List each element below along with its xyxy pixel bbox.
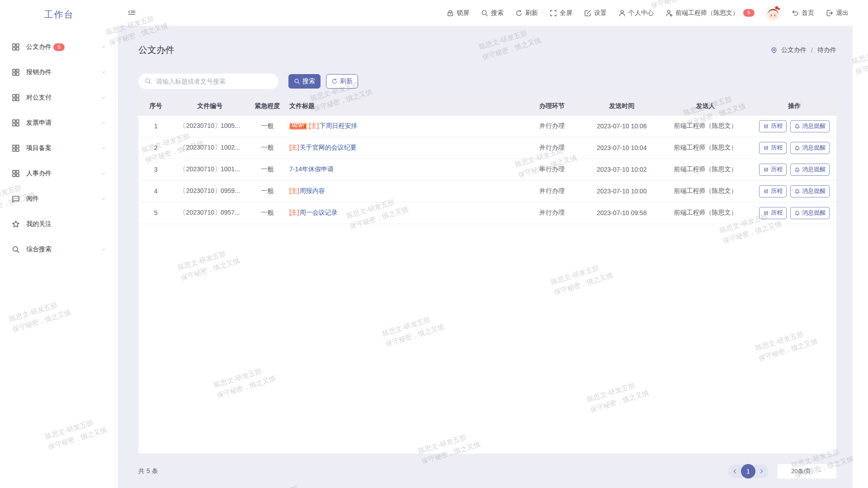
urgency: 一般 [246,116,288,137]
document-title-link[interactable]: 7-14年休假申请 [289,165,334,173]
send-time: 2023-07-10 09:58 [585,202,658,224]
new-badge: NEW! [289,123,307,130]
search-button[interactable]: 搜索 [288,74,321,89]
sidebar: 工作台 公文办件5报销办件对公支付发票申请项目备案人事办件阅件我的关注综合搜索 [0,0,118,488]
menu-badge: 5 [53,43,65,51]
grid-icon [12,119,20,127]
column-header-doc-no: 文件编号 [173,97,246,116]
notify-button[interactable]: 消息提醒 [790,142,830,154]
chevron-down-icon [817,469,823,474]
topbar-logout-label: 退出 [836,9,849,17]
document-title-link[interactable]: 周一会议记录 [300,209,338,216]
sidebar-item-label: 公文办件 [26,43,52,51]
page-title: 公文办件 [138,44,175,56]
doc-number: 〔20230710〕0959... [173,180,246,202]
sliders-icon [763,123,769,129]
main-doc-tag: [主] [289,144,299,151]
notify-button[interactable]: 消息提醒 [790,120,830,132]
notify-button[interactable]: 消息提醒 [790,164,830,176]
topbar-lock-button[interactable]: 锁屏 [447,9,469,17]
history-button[interactable]: 历程 [759,185,787,197]
sidebar-item-hr-docs[interactable]: 人事办件 [0,161,118,186]
column-header-actions: 操作 [753,97,836,116]
search-icon [481,9,488,17]
topbar-actions: 锁屏搜索刷新全屏设置个人中心前端工程师（陈思文）5首页退出 [447,5,849,22]
title-cell: 7-14年休假申请 [288,159,519,180]
topbar-settings-button[interactable]: 设置 [584,9,607,17]
table-row: 2〔20230710〕1002...一般[主]关于官网的会议纪要并行办理2023… [138,137,836,159]
refresh-button[interactable]: 刷新 [326,74,358,89]
bell-icon [794,210,800,216]
topbar-home-button[interactable]: 首页 [792,9,814,17]
bell-icon [794,123,800,129]
notify-button-label: 消息提醒 [802,122,826,130]
history-button[interactable]: 历程 [759,164,787,176]
topbar-lock-label: 锁屏 [457,9,469,17]
logout-icon [826,9,833,17]
table-row: 3〔20230710〕1001...一般7-14年休假申请串行办理2023-07… [138,159,836,180]
document-title-link[interactable]: 下周日程安排 [319,122,357,129]
sender: 前端工程师（陈思文） [658,159,752,180]
document-title-link[interactable]: 关于官网的会议纪要 [300,144,357,151]
topbar-home-label: 首页 [802,9,814,17]
history-button[interactable]: 历程 [759,142,787,154]
column-header-urgency: 紧急程度 [246,97,288,116]
send-time: 2023-07-10 10:04 [585,137,658,159]
menu-collapse-icon[interactable] [127,9,136,17]
sidebar-item-global-search[interactable]: 综合搜索 [0,237,118,262]
grid-icon [12,94,20,102]
sidebar-item-reimbursement[interactable]: 报销办件 [0,60,118,85]
notify-button[interactable]: 消息提醒 [790,207,830,219]
sidebar-item-label: 对公支付 [26,94,52,102]
lock-icon [447,9,454,17]
edit-icon [584,9,591,17]
doc-number: 〔20230710〕1002... [173,137,246,159]
process-step: 串行办理 [519,159,585,180]
topbar-logout-button[interactable]: 退出 [826,9,849,17]
chev-down-icon [101,196,106,202]
column-header-title: 文件标题 [288,97,519,116]
urgency: 一般 [246,159,288,180]
sidebar-item-official-docs[interactable]: 公文办件5 [0,34,118,60]
pager-pill: 1 [728,465,769,478]
search-icon [294,78,300,84]
sidebar-item-invoice-apply[interactable]: 发票申请 [0,110,118,136]
user-message-badge[interactable]: 5 [743,9,755,17]
topbar-user-label: 前端工程师（陈思文） [675,9,739,17]
history-button[interactable]: 历程 [759,120,787,132]
avatar[interactable] [764,5,782,22]
sidebar-item-corporate-pay[interactable]: 对公支付 [0,85,118,110]
pager-prev-button[interactable] [732,468,738,474]
search-box [138,74,278,89]
app-root: 工作台 公文办件5报销办件对公支付发票申请项目备案人事办件阅件我的关注综合搜索 … [0,0,868,488]
documents-table-card: 序号文件编号紧急程度文件标题办理环节发送时间发送人操作 1〔20230710〕1… [138,97,836,454]
history-button[interactable]: 历程 [759,207,787,219]
sidebar-item-label: 报销办件 [26,68,52,76]
history-button-label: 历程 [771,209,783,217]
table-row: 5〔20230710〕0957...一般[主]周一会议记录并行办理2023-07… [138,202,836,224]
search-input[interactable] [155,77,272,85]
topbar-user-button[interactable]: 前端工程师（陈思文）5 [665,9,755,17]
document-title-link[interactable]: 周报内容 [300,187,325,194]
pager-page-1[interactable]: 1 [741,464,755,479]
page-size-select[interactable]: 20条/页 [778,464,836,479]
sliders-icon [763,145,769,151]
sidebar-item-reading[interactable]: 阅件 [0,186,118,211]
notify-button[interactable]: 消息提醒 [790,185,830,197]
sidebar-item-label: 阅件 [26,195,39,203]
doc-number: 〔20230710〕1005... [173,116,246,137]
refresh-icon [331,78,338,84]
main-doc-tag: [主] [309,122,319,129]
pager-next-button[interactable] [758,468,764,474]
chev-down-icon [101,171,106,176]
breadcrumb-current: 待办件 [817,46,836,54]
sidebar-item-project-record[interactable]: 项目备案 [0,136,118,161]
title-cell: [主]周报内容 [288,180,519,202]
breadcrumb-root[interactable]: 公文办件 [781,46,807,54]
content-header: 公文办件 公文办件 / 待办件 [138,38,836,62]
topbar-refresh-button[interactable]: 刷新 [515,9,538,17]
topbar-profile-button[interactable]: 个人中心 [618,9,654,17]
topbar-search-button[interactable]: 搜索 [481,9,504,17]
topbar-fullscreen-button[interactable]: 全屏 [550,9,572,17]
sidebar-item-my-follows[interactable]: 我的关注 [0,211,118,237]
